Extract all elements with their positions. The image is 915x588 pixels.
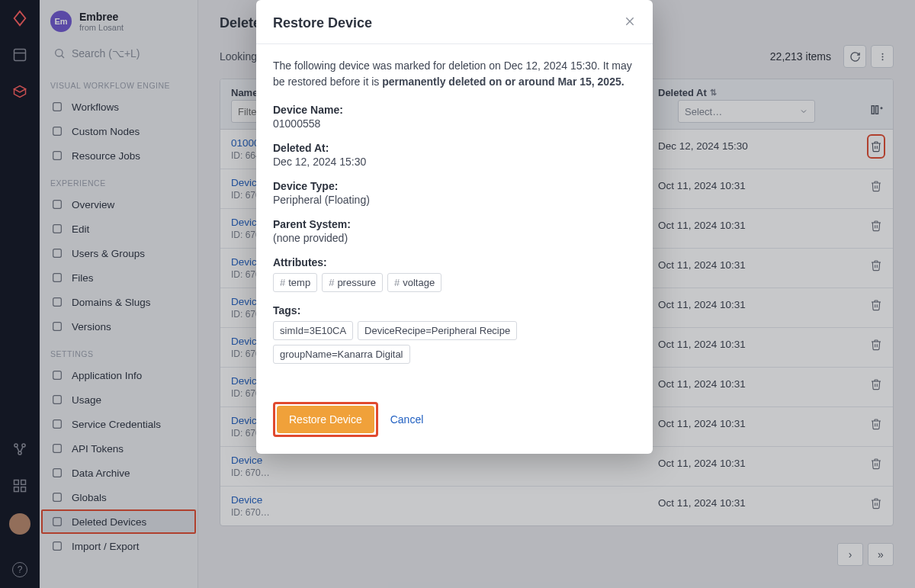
attribute-chip: #voltage xyxy=(387,273,441,292)
restore-device-modal: Restore Device The following device was … xyxy=(256,0,653,454)
parent-system-value: (none provided) xyxy=(273,232,636,244)
hash-icon: # xyxy=(329,277,334,288)
device-name-label: Device Name: xyxy=(273,104,636,116)
restore-device-button[interactable]: Restore Device xyxy=(277,406,374,433)
hash-icon: # xyxy=(394,277,400,288)
deleted-at-value: Dec 12, 2024 15:30 xyxy=(273,156,636,168)
attribute-chip: #pressure xyxy=(322,273,383,292)
device-name-value: 01000558 xyxy=(273,117,636,130)
tags-label: Tags: xyxy=(273,304,636,316)
cancel-button[interactable]: Cancel xyxy=(390,413,424,426)
device-type-value: Peripheral (Floating) xyxy=(273,194,636,206)
restore-button-highlight: Restore Device xyxy=(273,402,378,437)
tag-chip: groupName=Kanarra Digital xyxy=(273,345,410,364)
close-icon[interactable] xyxy=(624,15,636,31)
modal-intro: The following device was marked for dele… xyxy=(273,58,636,90)
attributes-label: Attributes: xyxy=(273,256,636,268)
tag-chip: simId=3E10CA xyxy=(273,321,353,340)
tag-chip: DeviceRecipe=Peripheral Recipe xyxy=(358,321,517,340)
parent-system-label: Parent System: xyxy=(273,218,636,230)
hash-icon: # xyxy=(280,277,285,288)
attribute-chip: #temp xyxy=(273,273,317,292)
modal-title: Restore Device xyxy=(273,15,372,31)
deleted-at-label: Deleted At: xyxy=(273,142,636,154)
device-type-label: Device Type: xyxy=(273,180,636,192)
